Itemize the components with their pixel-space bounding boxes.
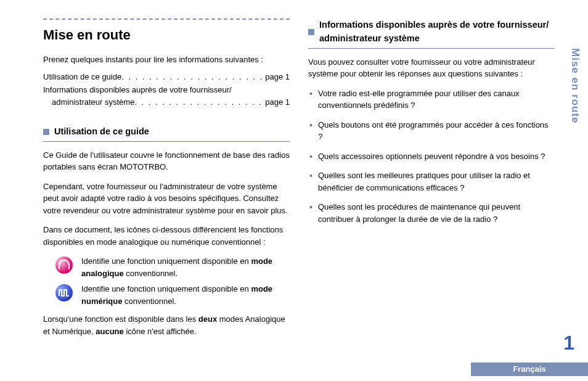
text: conventionnel.: [122, 297, 176, 306]
icon-description: Identifie une fonction uniquement dispon…: [75, 255, 290, 279]
section-rule: [308, 48, 555, 49]
toc-dots: [121, 71, 263, 83]
text: Lorsqu'une fonction est disponible dans …: [43, 314, 198, 324]
text: icône n'est affichée.: [124, 327, 197, 336]
right-column: Informations disponibles auprès de votre…: [308, 18, 555, 375]
section-header: Utilisation de ce guide: [43, 125, 290, 139]
left-column: Mise en route Prenez quelques instants p…: [43, 18, 290, 375]
icon-definition-row: Identifie une fonction uniquement dispon…: [43, 283, 290, 307]
section-rule: [43, 141, 290, 142]
text-bold: deux: [198, 314, 217, 324]
digital-mode-icon: [55, 284, 73, 301]
text: conventionnel.: [124, 269, 178, 278]
toc-label: Informations disponibles auprès de votre…: [43, 84, 290, 96]
side-tab-label: Mise en route: [568, 48, 584, 124]
icon-description: Identifie une fonction uniquement dispon…: [75, 283, 290, 307]
body-text: Lorsqu'une fonction est disponible dans …: [43, 313, 290, 337]
list-item: Quelles sont les meilleures pratiques po…: [308, 170, 555, 194]
body-text: Ce Guide de l'utilisateur couvre le fonc…: [43, 149, 290, 173]
square-bullet-icon: [43, 129, 49, 135]
page-title: Mise en route: [43, 25, 290, 45]
list-item: Votre radio est-elle programmée pour uti…: [308, 88, 555, 112]
list-item: Quels accessoires optionnels peuvent rép…: [308, 150, 555, 163]
body-text: Dans ce document, les icônes ci-dessous …: [43, 224, 290, 248]
intro-text: Prenez quelques instants pour lire les i…: [43, 54, 290, 66]
text: Identifie une fonction uniquement dispon…: [81, 256, 251, 266]
text-bold: aucune: [96, 327, 124, 336]
section-title: Informations disponibles auprès de votre…: [319, 18, 555, 46]
bullet-list: Votre radio est-elle programmée pour uti…: [308, 88, 555, 226]
toc-label: administrateur système: [52, 96, 134, 109]
document-page: Mise en route Prenez quelques instants p…: [0, 0, 588, 381]
page-number: 1: [563, 328, 574, 358]
list-item: Quels boutons ont été programmés pour ac…: [308, 119, 555, 143]
square-bullet-icon: [308, 29, 314, 35]
toc-entry: Informations disponibles auprès de votre…: [43, 84, 290, 108]
toc-dots: [134, 96, 263, 109]
section-header: Informations disponibles auprès de votre…: [308, 18, 555, 46]
body-text: Cependant, votre fournisseur ou l'admini…: [43, 181, 290, 217]
list-item: Quelles sont les procédures de maintenan…: [308, 201, 555, 225]
analog-mode-icon: [55, 256, 73, 274]
language-bar: Français: [471, 363, 588, 376]
body-text: Vous pouvez consulter votre fournisseur …: [308, 56, 555, 80]
toc-page: page 1: [263, 96, 290, 109]
dashed-rule: [43, 18, 290, 20]
section-title: Utilisation de ce guide: [54, 125, 149, 139]
icon-definition-row: Identifie une fonction uniquement dispon…: [43, 255, 290, 279]
toc-entry: Utilisation de ce guide page 1: [43, 71, 290, 83]
toc-label: Utilisation de ce guide: [43, 71, 121, 83]
toc-page: page 1: [263, 71, 290, 83]
text: Identifie une fonction uniquement dispon…: [81, 284, 251, 293]
